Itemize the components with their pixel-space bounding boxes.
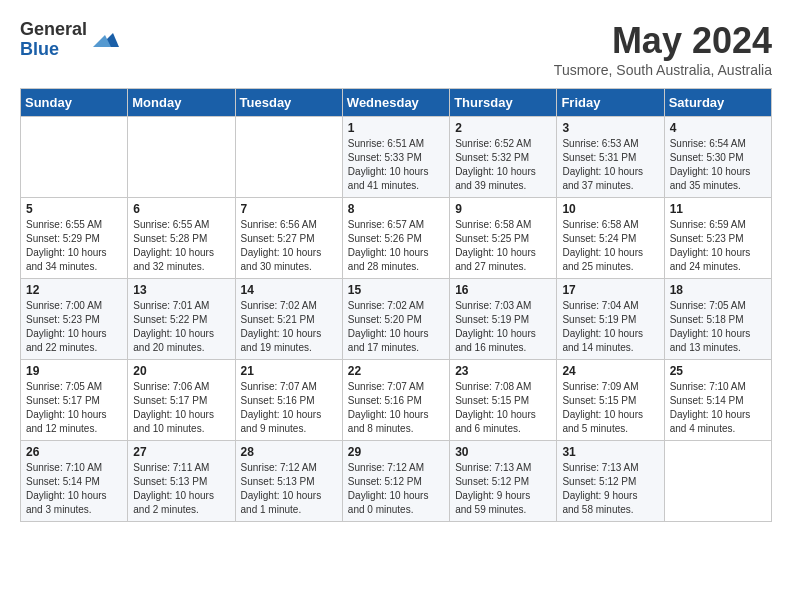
day-info: Sunrise: 7:01 AM Sunset: 5:22 PM Dayligh… bbox=[133, 299, 229, 355]
day-number: 27 bbox=[133, 445, 229, 459]
calendar-cell bbox=[235, 117, 342, 198]
day-number: 4 bbox=[670, 121, 766, 135]
calendar-cell: 19Sunrise: 7:05 AM Sunset: 5:17 PM Dayli… bbox=[21, 360, 128, 441]
calendar-cell: 10Sunrise: 6:58 AM Sunset: 5:24 PM Dayli… bbox=[557, 198, 664, 279]
calendar-cell: 24Sunrise: 7:09 AM Sunset: 5:15 PM Dayli… bbox=[557, 360, 664, 441]
day-number: 15 bbox=[348, 283, 444, 297]
day-number: 21 bbox=[241, 364, 337, 378]
day-number: 10 bbox=[562, 202, 658, 216]
day-header-saturday: Saturday bbox=[664, 89, 771, 117]
day-info: Sunrise: 7:07 AM Sunset: 5:16 PM Dayligh… bbox=[241, 380, 337, 436]
day-info: Sunrise: 7:06 AM Sunset: 5:17 PM Dayligh… bbox=[133, 380, 229, 436]
day-number: 28 bbox=[241, 445, 337, 459]
calendar-cell: 30Sunrise: 7:13 AM Sunset: 5:12 PM Dayli… bbox=[450, 441, 557, 522]
day-number: 9 bbox=[455, 202, 551, 216]
logo-icon bbox=[91, 25, 121, 55]
logo-blue: Blue bbox=[20, 40, 87, 60]
day-info: Sunrise: 7:07 AM Sunset: 5:16 PM Dayligh… bbox=[348, 380, 444, 436]
day-number: 6 bbox=[133, 202, 229, 216]
logo: General Blue bbox=[20, 20, 121, 60]
day-info: Sunrise: 6:51 AM Sunset: 5:33 PM Dayligh… bbox=[348, 137, 444, 193]
day-info: Sunrise: 7:13 AM Sunset: 5:12 PM Dayligh… bbox=[562, 461, 658, 517]
day-number: 30 bbox=[455, 445, 551, 459]
calendar-cell: 4Sunrise: 6:54 AM Sunset: 5:30 PM Daylig… bbox=[664, 117, 771, 198]
day-info: Sunrise: 7:02 AM Sunset: 5:21 PM Dayligh… bbox=[241, 299, 337, 355]
day-number: 3 bbox=[562, 121, 658, 135]
day-info: Sunrise: 7:09 AM Sunset: 5:15 PM Dayligh… bbox=[562, 380, 658, 436]
day-number: 11 bbox=[670, 202, 766, 216]
page-header: General Blue May 2024 Tusmore, South Aus… bbox=[20, 20, 772, 78]
calendar-cell: 17Sunrise: 7:04 AM Sunset: 5:19 PM Dayli… bbox=[557, 279, 664, 360]
calendar-cell: 7Sunrise: 6:56 AM Sunset: 5:27 PM Daylig… bbox=[235, 198, 342, 279]
day-number: 26 bbox=[26, 445, 122, 459]
day-info: Sunrise: 7:00 AM Sunset: 5:23 PM Dayligh… bbox=[26, 299, 122, 355]
day-number: 29 bbox=[348, 445, 444, 459]
day-number: 17 bbox=[562, 283, 658, 297]
calendar-cell: 27Sunrise: 7:11 AM Sunset: 5:13 PM Dayli… bbox=[128, 441, 235, 522]
calendar-week-row: 26Sunrise: 7:10 AM Sunset: 5:14 PM Dayli… bbox=[21, 441, 772, 522]
title-block: May 2024 Tusmore, South Australia, Austr… bbox=[554, 20, 772, 78]
calendar-cell: 18Sunrise: 7:05 AM Sunset: 5:18 PM Dayli… bbox=[664, 279, 771, 360]
day-info: Sunrise: 6:52 AM Sunset: 5:32 PM Dayligh… bbox=[455, 137, 551, 193]
day-headers-row: SundayMondayTuesdayWednesdayThursdayFrid… bbox=[21, 89, 772, 117]
day-info: Sunrise: 6:56 AM Sunset: 5:27 PM Dayligh… bbox=[241, 218, 337, 274]
location: Tusmore, South Australia, Australia bbox=[554, 62, 772, 78]
calendar-table: SundayMondayTuesdayWednesdayThursdayFrid… bbox=[20, 88, 772, 522]
day-number: 22 bbox=[348, 364, 444, 378]
calendar-cell: 20Sunrise: 7:06 AM Sunset: 5:17 PM Dayli… bbox=[128, 360, 235, 441]
day-info: Sunrise: 7:05 AM Sunset: 5:18 PM Dayligh… bbox=[670, 299, 766, 355]
day-number: 23 bbox=[455, 364, 551, 378]
day-number: 19 bbox=[26, 364, 122, 378]
calendar-cell bbox=[21, 117, 128, 198]
calendar-cell: 29Sunrise: 7:12 AM Sunset: 5:12 PM Dayli… bbox=[342, 441, 449, 522]
day-number: 24 bbox=[562, 364, 658, 378]
day-info: Sunrise: 6:55 AM Sunset: 5:28 PM Dayligh… bbox=[133, 218, 229, 274]
calendar-cell: 25Sunrise: 7:10 AM Sunset: 5:14 PM Dayli… bbox=[664, 360, 771, 441]
day-number: 7 bbox=[241, 202, 337, 216]
calendar-cell bbox=[128, 117, 235, 198]
day-info: Sunrise: 7:05 AM Sunset: 5:17 PM Dayligh… bbox=[26, 380, 122, 436]
day-number: 5 bbox=[26, 202, 122, 216]
day-number: 2 bbox=[455, 121, 551, 135]
day-number: 13 bbox=[133, 283, 229, 297]
month-title: May 2024 bbox=[554, 20, 772, 62]
calendar-cell: 26Sunrise: 7:10 AM Sunset: 5:14 PM Dayli… bbox=[21, 441, 128, 522]
day-header-friday: Friday bbox=[557, 89, 664, 117]
day-header-monday: Monday bbox=[128, 89, 235, 117]
calendar-cell: 28Sunrise: 7:12 AM Sunset: 5:13 PM Dayli… bbox=[235, 441, 342, 522]
calendar-cell: 22Sunrise: 7:07 AM Sunset: 5:16 PM Dayli… bbox=[342, 360, 449, 441]
calendar-cell: 16Sunrise: 7:03 AM Sunset: 5:19 PM Dayli… bbox=[450, 279, 557, 360]
day-info: Sunrise: 6:54 AM Sunset: 5:30 PM Dayligh… bbox=[670, 137, 766, 193]
day-info: Sunrise: 7:04 AM Sunset: 5:19 PM Dayligh… bbox=[562, 299, 658, 355]
day-number: 25 bbox=[670, 364, 766, 378]
day-info: Sunrise: 7:12 AM Sunset: 5:12 PM Dayligh… bbox=[348, 461, 444, 517]
calendar-cell: 1Sunrise: 6:51 AM Sunset: 5:33 PM Daylig… bbox=[342, 117, 449, 198]
calendar-week-row: 1Sunrise: 6:51 AM Sunset: 5:33 PM Daylig… bbox=[21, 117, 772, 198]
day-info: Sunrise: 6:59 AM Sunset: 5:23 PM Dayligh… bbox=[670, 218, 766, 274]
calendar-week-row: 12Sunrise: 7:00 AM Sunset: 5:23 PM Dayli… bbox=[21, 279, 772, 360]
day-info: Sunrise: 6:53 AM Sunset: 5:31 PM Dayligh… bbox=[562, 137, 658, 193]
day-number: 16 bbox=[455, 283, 551, 297]
calendar-cell: 3Sunrise: 6:53 AM Sunset: 5:31 PM Daylig… bbox=[557, 117, 664, 198]
day-number: 12 bbox=[26, 283, 122, 297]
calendar-cell: 11Sunrise: 6:59 AM Sunset: 5:23 PM Dayli… bbox=[664, 198, 771, 279]
day-info: Sunrise: 7:02 AM Sunset: 5:20 PM Dayligh… bbox=[348, 299, 444, 355]
calendar-week-row: 5Sunrise: 6:55 AM Sunset: 5:29 PM Daylig… bbox=[21, 198, 772, 279]
day-info: Sunrise: 6:58 AM Sunset: 5:25 PM Dayligh… bbox=[455, 218, 551, 274]
day-header-thursday: Thursday bbox=[450, 89, 557, 117]
day-number: 14 bbox=[241, 283, 337, 297]
calendar-cell: 9Sunrise: 6:58 AM Sunset: 5:25 PM Daylig… bbox=[450, 198, 557, 279]
calendar-cell: 21Sunrise: 7:07 AM Sunset: 5:16 PM Dayli… bbox=[235, 360, 342, 441]
calendar-cell: 2Sunrise: 6:52 AM Sunset: 5:32 PM Daylig… bbox=[450, 117, 557, 198]
day-info: Sunrise: 7:12 AM Sunset: 5:13 PM Dayligh… bbox=[241, 461, 337, 517]
day-info: Sunrise: 6:55 AM Sunset: 5:29 PM Dayligh… bbox=[26, 218, 122, 274]
calendar-cell: 6Sunrise: 6:55 AM Sunset: 5:28 PM Daylig… bbox=[128, 198, 235, 279]
day-info: Sunrise: 7:13 AM Sunset: 5:12 PM Dayligh… bbox=[455, 461, 551, 517]
day-info: Sunrise: 6:57 AM Sunset: 5:26 PM Dayligh… bbox=[348, 218, 444, 274]
day-number: 1 bbox=[348, 121, 444, 135]
calendar-cell: 31Sunrise: 7:13 AM Sunset: 5:12 PM Dayli… bbox=[557, 441, 664, 522]
calendar-cell bbox=[664, 441, 771, 522]
day-info: Sunrise: 7:08 AM Sunset: 5:15 PM Dayligh… bbox=[455, 380, 551, 436]
calendar-cell: 12Sunrise: 7:00 AM Sunset: 5:23 PM Dayli… bbox=[21, 279, 128, 360]
day-info: Sunrise: 7:10 AM Sunset: 5:14 PM Dayligh… bbox=[670, 380, 766, 436]
